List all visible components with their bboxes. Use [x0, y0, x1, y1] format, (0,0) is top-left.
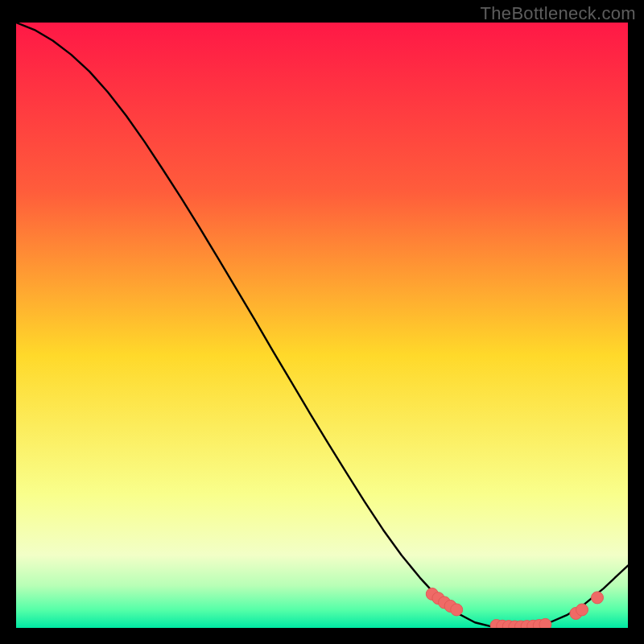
curve-marker	[451, 604, 463, 616]
curve-marker	[539, 618, 551, 628]
plot-area	[16, 23, 628, 628]
watermark-text: TheBottleneck.com	[481, 3, 636, 24]
bottleneck-chart	[16, 23, 628, 628]
chart-frame: TheBottleneck.com	[0, 0, 644, 644]
curve-marker	[576, 604, 588, 616]
curve-marker	[592, 592, 604, 604]
gradient-background	[16, 23, 628, 628]
